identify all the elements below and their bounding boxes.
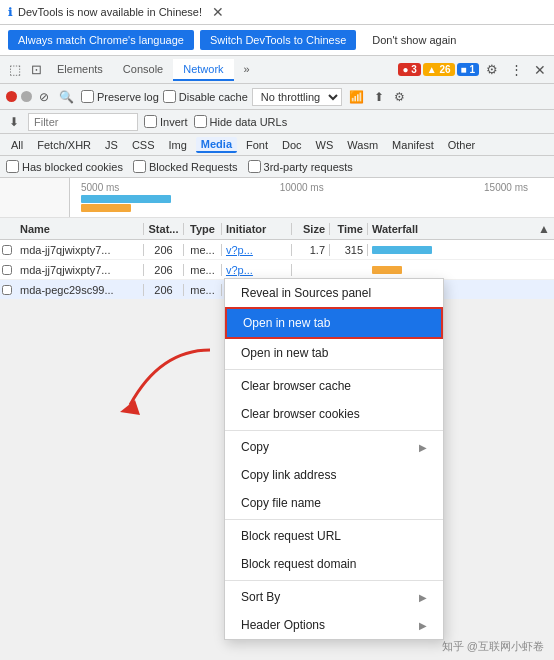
row2-type: me... — [184, 264, 222, 276]
type-manifest[interactable]: Manifest — [387, 138, 439, 152]
warning-badge: ▲ 26 — [423, 63, 455, 76]
row1-status: 206 — [144, 244, 184, 256]
more-icon-btn[interactable]: ⋮ — [505, 58, 528, 81]
lang-bar: Always match Chrome's language Switch De… — [0, 25, 554, 56]
ctx-block-domain[interactable]: Block request domain — [225, 550, 443, 578]
has-blocked-cookies[interactable]: Has blocked cookies — [6, 160, 123, 173]
type-other[interactable]: Other — [443, 138, 481, 152]
hide-data-urls-checkbox[interactable]: Hide data URLs — [194, 115, 288, 128]
info-message: DevTools is now available in Chinese! — [18, 6, 202, 18]
switch-devtools-button[interactable]: Switch DevTools to Chinese — [200, 30, 356, 50]
svg-marker-0 — [120, 400, 140, 415]
timeline-bar-blue — [81, 195, 171, 203]
download-icon[interactable]: ⬇ — [6, 114, 22, 130]
type-font[interactable]: Font — [241, 138, 273, 152]
close-info-button[interactable]: ✕ — [208, 4, 228, 20]
ctx-header-options-arrow: ▶ — [419, 620, 427, 631]
type-filter-bar: All Fetch/XHR JS CSS Img Media Font Doc … — [0, 134, 554, 156]
watermark: 知乎 @互联网小虾卷 — [442, 639, 544, 654]
stop-icon[interactable] — [21, 91, 32, 102]
options-bar: Has blocked cookies Blocked Requests 3rd… — [0, 156, 554, 178]
filter-icon[interactable]: ⊘ — [36, 89, 52, 105]
table-header: Name Stat... Type Initiator Size Time Wa… — [0, 218, 554, 240]
row1-type: me... — [184, 244, 222, 256]
row3-type: me... — [184, 284, 222, 296]
disable-cache-checkbox[interactable]: Disable cache — [163, 90, 248, 103]
preserve-log-checkbox[interactable]: Preserve log — [81, 90, 159, 103]
settings-icon-btn[interactable]: ⚙ — [481, 58, 503, 81]
ctx-sort-arrow: ▶ — [419, 592, 427, 603]
ctx-clear-cookies[interactable]: Clear browser cookies — [225, 400, 443, 428]
type-wasm[interactable]: Wasm — [342, 138, 383, 152]
timeline-label-1: 5000 ms — [81, 182, 119, 193]
type-all[interactable]: All — [6, 138, 28, 152]
blocked-requests[interactable]: Blocked Requests — [133, 160, 238, 173]
arrow-svg — [100, 340, 230, 420]
close-devtools-button[interactable]: ✕ — [530, 62, 550, 78]
device-icon-btn[interactable]: ⊡ — [26, 58, 47, 81]
filter-input[interactable] — [28, 113, 138, 131]
context-menu: Reveal in Sources panel Open in new tab … — [224, 278, 444, 640]
type-js[interactable]: JS — [100, 138, 123, 152]
row1-time: 315 — [330, 244, 368, 256]
col-header-type: Type — [184, 223, 222, 235]
error-badge: ● 3 — [398, 63, 420, 76]
filter-bar: ⬇ Invert Hide data URLs — [0, 110, 554, 134]
ctx-copy-arrow: ▶ — [419, 442, 427, 453]
row3-status: 206 — [144, 284, 184, 296]
row1-waterfall — [368, 246, 554, 254]
type-ws[interactable]: WS — [311, 138, 339, 152]
table-row[interactable]: mda-jj7qjwixpty7... 206 me... v?p... 1.7… — [0, 240, 554, 260]
col-header-size: Size — [292, 223, 330, 235]
tab-elements[interactable]: Elements — [47, 59, 113, 81]
settings2-icon[interactable]: ⚙ — [391, 89, 408, 105]
ctx-header-options[interactable]: Header Options ▶ — [225, 611, 443, 639]
type-fetch[interactable]: Fetch/XHR — [32, 138, 96, 152]
wifi-icon: 📶 — [346, 89, 367, 105]
match-language-button[interactable]: Always match Chrome's language — [8, 30, 194, 50]
search-icon[interactable]: 🔍 — [56, 89, 77, 105]
ctx-block-url[interactable]: Block request URL — [225, 522, 443, 550]
timeline: 5000 ms 10000 ms 15000 ms — [0, 178, 554, 218]
tab-more[interactable]: » — [234, 59, 260, 81]
type-css[interactable]: CSS — [127, 138, 160, 152]
tab-bar: ⬚ ⊡ Elements Console Network » ● 3 ▲ 26 … — [0, 56, 554, 84]
timeline-label-3: 15000 ms — [484, 182, 528, 193]
invert-checkbox[interactable]: Invert — [144, 115, 188, 128]
ctx-sort-by[interactable]: Sort By ▶ — [225, 583, 443, 611]
row2-initiator: v?p... — [222, 264, 292, 276]
type-media[interactable]: Media — [196, 137, 237, 153]
table-row[interactable]: mda-jj7qjwixpty7... 206 me... v?p... — [0, 260, 554, 280]
ctx-open-new-tab[interactable]: Open in new tab — [225, 339, 443, 367]
type-img[interactable]: Img — [164, 138, 192, 152]
ctx-copy[interactable]: Copy ▶ — [225, 433, 443, 461]
row3-name: mda-pegc29sc99... — [14, 284, 144, 296]
col-header-time: Time — [330, 223, 368, 235]
record-icon[interactable] — [6, 91, 17, 102]
throttle-select[interactable]: No throttling — [252, 88, 342, 106]
tab-network[interactable]: Network — [173, 59, 233, 81]
info-icon: ℹ — [8, 6, 12, 19]
type-doc[interactable]: Doc — [277, 138, 307, 152]
row1-name: mda-jj7qjwixpty7... — [14, 244, 144, 256]
arrow-overlay — [100, 340, 230, 422]
col-header-name: Name — [14, 223, 144, 235]
upload-icon[interactable]: ⬆ — [371, 89, 387, 105]
row1-initiator: v?p... — [222, 244, 292, 256]
timeline-label-2: 10000 ms — [280, 182, 324, 193]
ctx-open-new-tab-highlighted[interactable]: Open in new tab — [225, 307, 443, 339]
info-bar: ℹ DevTools is now available in Chinese! … — [0, 0, 554, 25]
ctx-copy-link-address[interactable]: Copy link address — [225, 461, 443, 489]
devtools-icon-btn[interactable]: ⬚ — [4, 58, 26, 81]
tab-console[interactable]: Console — [113, 59, 173, 81]
ctx-clear-cache[interactable]: Clear browser cache — [225, 372, 443, 400]
ctx-copy-file-name[interactable]: Copy file name — [225, 489, 443, 517]
col-header-waterfall: Waterfall ▲ — [368, 222, 554, 236]
col-header-status: Stat... — [144, 223, 184, 235]
third-party-requests[interactable]: 3rd-party requests — [248, 160, 353, 173]
ctx-reveal-sources[interactable]: Reveal in Sources panel — [225, 279, 443, 307]
row2-status: 206 — [144, 264, 184, 276]
dismiss-button[interactable]: Don't show again — [362, 30, 466, 50]
row2-waterfall — [368, 266, 554, 274]
info-badge: ■ 1 — [457, 63, 479, 76]
